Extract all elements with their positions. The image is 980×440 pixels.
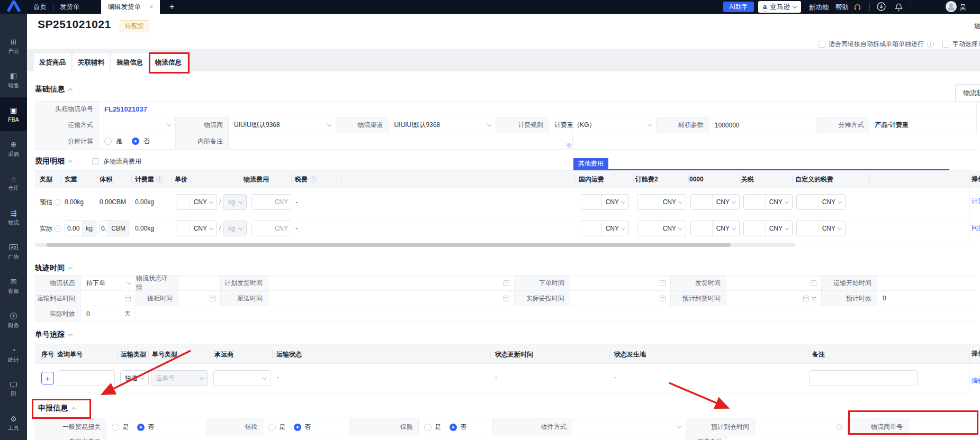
edit-link[interactable]: 编辑 bbox=[972, 377, 980, 386]
fee-input[interactable] bbox=[744, 195, 765, 209]
currency-select[interactable]: CNY bbox=[712, 195, 739, 209]
resize-handle[interactable] bbox=[567, 143, 571, 148]
section-basic-info[interactable]: 基础信息 bbox=[35, 85, 72, 94]
expected-arrival-input[interactable] bbox=[755, 418, 848, 436]
first-leg-no-link[interactable]: FL251021037 bbox=[104, 105, 147, 113]
collapse-icon[interactable] bbox=[71, 407, 76, 411]
volume-param-value[interactable]: 1000000 bbox=[709, 117, 817, 133]
close-tab-icon[interactable]: × bbox=[149, 3, 153, 11]
scrollbar-thumb[interactable] bbox=[47, 243, 731, 247]
actual-volume-input[interactable] bbox=[100, 221, 107, 236]
tab-ship-goods[interactable]: 发货商品 bbox=[34, 53, 71, 71]
actual-delivered-input[interactable] bbox=[570, 291, 671, 306]
collapse-icon[interactable] bbox=[68, 334, 73, 338]
general-customs-no-radio[interactable] bbox=[137, 424, 145, 431]
new-tab-button[interactable]: + bbox=[169, 2, 174, 12]
manual-select-checkbox[interactable] bbox=[942, 41, 949, 48]
other-fees-tab[interactable]: 其他费用 bbox=[573, 158, 608, 169]
fee-input[interactable] bbox=[797, 195, 818, 209]
currency-select[interactable]: CNY bbox=[659, 221, 686, 236]
section-declaration[interactable]: 申报信息 bbox=[38, 404, 75, 413]
actual-sync-link[interactable]: 同步 bbox=[972, 223, 980, 232]
sidebar-item-ads[interactable]: AD广告 bbox=[0, 234, 27, 269]
nav-tab-shipments[interactable]: 发货单 bbox=[53, 0, 86, 14]
channel-select[interactable]: UIUIUI默认9368 bbox=[389, 117, 497, 133]
internal-note-textarea[interactable] bbox=[229, 133, 573, 149]
section-fee-detail[interactable]: 费用明细 多物流商费用 bbox=[35, 157, 141, 166]
avatar[interactable] bbox=[946, 1, 957, 14]
logistics-status-select[interactable]: 待下单 bbox=[81, 276, 136, 290]
currency-select[interactable]: CNY bbox=[190, 195, 217, 209]
collapse-icon[interactable] bbox=[68, 160, 73, 164]
currency-select[interactable]: CNY bbox=[818, 221, 845, 236]
billing-rule-select[interactable]: 计费重（KG） bbox=[549, 117, 657, 133]
query-no-input[interactable] bbox=[58, 370, 115, 386]
actual-per-unit-select[interactable]: kg bbox=[223, 221, 247, 236]
tab-packing-info[interactable]: 装箱信息 bbox=[111, 53, 148, 71]
ship-time-input[interactable] bbox=[726, 276, 822, 290]
download-icon[interactable] bbox=[877, 2, 886, 13]
actual-unit-price-input[interactable] bbox=[176, 221, 190, 236]
insurance-yes-radio[interactable] bbox=[424, 424, 431, 431]
section-trajectory[interactable]: 轨迹时间 bbox=[35, 263, 72, 273]
fee-input[interactable] bbox=[580, 221, 601, 236]
provider-select[interactable]: UIUIUI默认9368 bbox=[229, 117, 336, 133]
currency-select[interactable]: CNY bbox=[601, 221, 628, 236]
currency-select[interactable]: CNY bbox=[765, 221, 792, 236]
multi-provider-checkbox[interactable] bbox=[92, 158, 99, 165]
user-name[interactable]: 吴 bbox=[959, 3, 966, 12]
tax-included-yes-radio[interactable] bbox=[268, 424, 276, 431]
estimate-unit-price-input[interactable] bbox=[176, 195, 190, 209]
split-calc-no-radio[interactable] bbox=[132, 138, 139, 145]
platform-selector[interactable]: a 亚马逊 bbox=[758, 1, 801, 13]
sync-icon[interactable]: ⇄ bbox=[812, 296, 816, 301]
arrival-time-input[interactable] bbox=[81, 291, 136, 306]
split-calc-yes-radio[interactable] bbox=[104, 138, 112, 145]
info-icon[interactable]: i bbox=[156, 176, 163, 183]
eta-input[interactable]: ⇄ bbox=[726, 291, 822, 306]
help-link[interactable]: 帮助 bbox=[835, 3, 849, 12]
transport-mode-select[interactable] bbox=[99, 117, 176, 133]
remark-input[interactable] bbox=[810, 370, 918, 386]
status-detail-input[interactable] bbox=[178, 276, 221, 290]
receive-method-select[interactable] bbox=[572, 418, 686, 436]
fee-input[interactable] bbox=[637, 195, 659, 209]
logistics-template-button[interactable]: 物流轨迹 bbox=[955, 84, 980, 102]
nav-tab-home[interactable]: 首页 bbox=[27, 0, 53, 14]
info-icon[interactable]: i bbox=[310, 176, 317, 183]
transport-type-select[interactable]: 快递 bbox=[120, 370, 149, 386]
add-tracking-button[interactable]: + bbox=[41, 372, 54, 384]
auto-split-checkbox[interactable] bbox=[819, 41, 825, 48]
sidebar-item-warehouse[interactable]: ⌂仓库 bbox=[0, 166, 27, 200]
sidebar-item-finance[interactable]: ¥财务 bbox=[0, 303, 27, 337]
currency-select[interactable]: CNY bbox=[818, 195, 845, 209]
general-customs-yes-radio[interactable] bbox=[112, 424, 119, 431]
back-link[interactable]: 返回 bbox=[974, 21, 980, 31]
fee-input[interactable] bbox=[691, 221, 712, 236]
currency-select[interactable]: CNY bbox=[712, 221, 739, 236]
sidebar-item-logistics[interactable]: ⇶物流 bbox=[0, 200, 27, 234]
collapse-icon[interactable] bbox=[68, 88, 73, 93]
insurance-no-radio[interactable] bbox=[449, 424, 457, 431]
carrier-select[interactable] bbox=[213, 370, 271, 386]
sidebar-item-service[interactable]: ✉客服 bbox=[0, 269, 27, 303]
currency-select[interactable]: CNY bbox=[765, 195, 792, 209]
info-icon[interactable]: i bbox=[55, 225, 61, 232]
estimate-per-unit-select[interactable]: kg bbox=[223, 194, 247, 210]
order-time-input[interactable] bbox=[570, 276, 671, 290]
number-type-select[interactable]: 运单号 bbox=[151, 370, 208, 386]
sidebar-item-fba[interactable]: ▣FBA bbox=[0, 97, 27, 132]
notification-bell-icon[interactable] bbox=[895, 3, 903, 13]
nav-tab-edit-shipment[interactable]: 编辑发货单 × bbox=[101, 0, 160, 14]
currency-select[interactable]: CNY bbox=[190, 221, 217, 236]
sidebar-item-product[interactable]: ⊞产品 bbox=[0, 29, 27, 63]
currency-select[interactable]: CNY bbox=[659, 195, 686, 209]
ai-assistant-button[interactable]: AI助手 bbox=[723, 2, 754, 12]
info-icon[interactable]: i bbox=[927, 41, 934, 48]
sidebar-item-stats[interactable]: ◔统计 bbox=[0, 337, 27, 371]
sidebar-item-purchase[interactable]: ⊕采购 bbox=[0, 131, 27, 166]
tab-related-materials[interactable]: 关联辅料 bbox=[73, 53, 110, 71]
fee-input[interactable] bbox=[797, 221, 818, 236]
currency-select[interactable]: CNY bbox=[601, 195, 628, 209]
collapse-icon[interactable] bbox=[68, 267, 73, 271]
